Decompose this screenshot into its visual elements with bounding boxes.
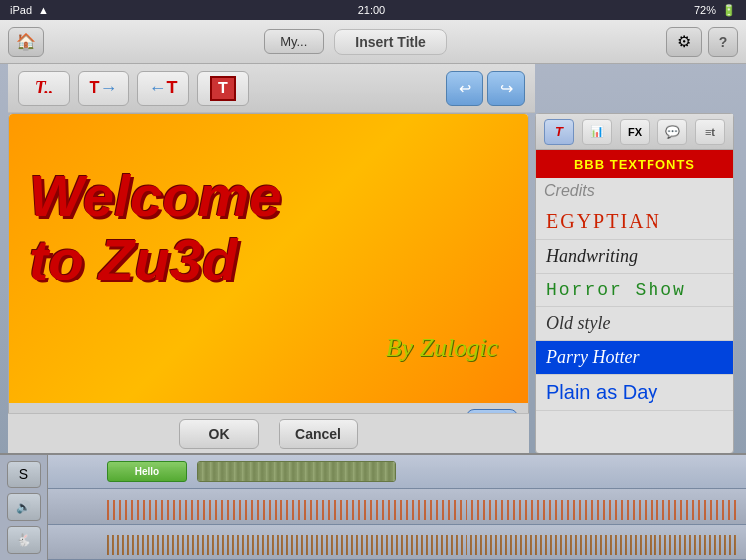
font-item-plain[interactable]: Plain as Day — [536, 375, 733, 411]
help-button[interactable]: ? — [708, 27, 738, 57]
undo-button[interactable]: ↩ — [446, 71, 483, 106]
insert-title-label: Insert Title — [334, 29, 447, 55]
my-movie-label[interactable]: My... — [264, 29, 324, 54]
audio-waveform-1 — [107, 500, 736, 520]
font-panel: T 📊 FX 💬 ≡t BBB TEXTFONTS Credits — [535, 113, 734, 454]
font-plain-label: Plain as Day — [546, 381, 657, 403]
font-handwriting-label: Handwriting — [546, 246, 638, 266]
dialog-buttons: OK Cancel — [8, 413, 529, 453]
font-list: EGYPTIAN Handwriting Horror Show Old sty… — [536, 204, 733, 453]
tab-fx-label: FX — [628, 126, 642, 138]
undo-icon: ↩ — [459, 79, 471, 97]
text-style-btn-3[interactable]: ←T — [137, 71, 189, 106]
preview-panel: Welcometo Zu3d By Zulogic + ✖ ⏸ — [8, 113, 529, 454]
cancel-label: Cancel — [295, 426, 341, 442]
text-style-label-3: ← — [149, 78, 167, 98]
tab-textstyle[interactable]: ≡t — [695, 119, 725, 145]
timeline-side-btn-1[interactable]: S — [7, 461, 41, 488]
font-item-oldstyle[interactable]: Old style — [536, 307, 733, 341]
font-item-egyptian[interactable]: EGYPTIAN — [536, 204, 733, 240]
font-harry-label: Parry Hotter — [546, 347, 640, 367]
font-egyptian-label: EGYPTIAN — [546, 210, 661, 232]
side-btn-1-icon: S — [19, 467, 28, 482]
battery-icon: 🔋 — [722, 4, 736, 17]
timeline: S 🔊 🐇 Hello — [0, 453, 746, 560]
font-banner-text: BBB TEXTFONTS — [574, 157, 695, 172]
text-style-label-1: T.. — [35, 78, 53, 98]
preview-subtitle-text: By Zulogic — [386, 333, 498, 363]
text-style-btn-4[interactable]: T — [197, 71, 249, 106]
wifi-icon: ▲ — [38, 4, 49, 16]
font-horror-label: Horror Show — [546, 280, 686, 300]
tab-fx[interactable]: FX — [620, 119, 650, 145]
timeline-audio-track-1 — [48, 489, 746, 524]
status-bar: iPad ▲ 21:00 72% 🔋 — [0, 0, 746, 20]
ok-button[interactable]: OK — [179, 419, 259, 449]
text-style-btn-1[interactable]: T.. — [18, 71, 70, 106]
gear-button[interactable]: ⚙ — [666, 27, 702, 57]
timeline-video-track[interactable]: Hello — [48, 455, 746, 489]
top-nav: 🏠 My... Insert Title ⚙ ? — [0, 20, 746, 64]
redo-icon: ↪ — [500, 79, 513, 97]
cancel-button[interactable]: Cancel — [279, 419, 358, 449]
timeline-side-controls: S 🔊 🐇 — [0, 455, 48, 560]
font-section-label: Credits — [536, 178, 733, 204]
battery-level: 72% — [694, 4, 716, 16]
question-icon: ? — [719, 34, 728, 50]
tab-text-icon: T — [555, 124, 563, 139]
audio-waveform-2 — [107, 535, 736, 555]
status-left: iPad ▲ — [10, 4, 49, 16]
text-style-label-4: T — [210, 76, 236, 101]
font-panel-tabs: T 📊 FX 💬 ≡t — [536, 114, 733, 150]
text-style-label-2: T→ — [90, 78, 118, 98]
app-background: 🏠 My... Insert Title ⚙ ? T.. T→ ←T T — [0, 20, 746, 560]
timeline-tracks-main: Hello — [48, 455, 746, 560]
clip-label: Hello — [135, 467, 159, 477]
home-button[interactable]: 🏠 — [8, 27, 44, 57]
side-btn-3-icon: 🐇 — [16, 533, 31, 547]
font-banner: BBB TEXTFONTS — [536, 150, 733, 178]
side-btn-2-icon: 🔊 — [16, 500, 31, 514]
tab-speech-icon: 💬 — [665, 125, 680, 139]
status-right: 72% 🔋 — [694, 4, 736, 17]
preview-canvas: Welcometo Zu3d By Zulogic — [9, 114, 528, 403]
preview-welcome-text: Welcometo Zu3d — [29, 164, 508, 291]
tab-speech[interactable]: 💬 — [657, 119, 687, 145]
gear-icon: ⚙ — [677, 32, 691, 51]
timeline-side-btn-3[interactable]: 🐇 — [7, 526, 41, 554]
main-content: Welcometo Zu3d By Zulogic + ✖ ⏸ T — [8, 113, 746, 454]
ipad-label: iPad — [10, 4, 32, 16]
text-style-btn-2[interactable]: T→ — [78, 71, 129, 106]
ok-label: OK — [209, 426, 230, 442]
font-oldstyle-label: Old style — [546, 313, 611, 333]
timeline-audio-track-2 — [48, 525, 746, 560]
timeline-clip-2[interactable] — [197, 461, 396, 482]
timeline-tracks: S 🔊 🐇 Hello — [0, 455, 746, 560]
undo-redo-group: ↩ ↪ — [446, 71, 525, 106]
timeline-video-clip[interactable]: Hello — [107, 461, 187, 482]
font-item-horror[interactable]: Horror Show — [536, 274, 733, 307]
timeline-side-btn-2[interactable]: 🔊 — [7, 493, 41, 521]
font-item-harry[interactable]: Parry Hotter — [536, 341, 733, 375]
tab-text[interactable]: T — [544, 119, 574, 145]
nav-center: My... Insert Title — [44, 29, 666, 55]
tab-textstyle-icon: ≡t — [705, 126, 715, 138]
redo-button[interactable]: ↪ — [487, 71, 525, 106]
status-time: 21:00 — [358, 4, 386, 16]
tab-chart-icon: 📊 — [590, 125, 604, 138]
font-item-handwriting[interactable]: Handwriting — [536, 240, 733, 274]
toolbar: T.. T→ ←T T ↩ ↪ — [8, 64, 535, 113]
home-icon: 🏠 — [16, 32, 36, 51]
tab-chart[interactable]: 📊 — [582, 119, 612, 145]
